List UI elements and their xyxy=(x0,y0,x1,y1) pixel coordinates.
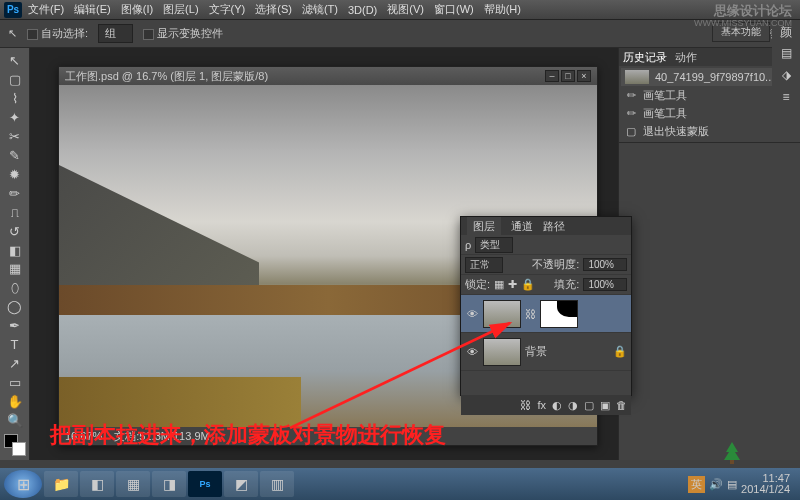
tab-actions[interactable]: 动作 xyxy=(675,50,697,65)
new-layer-icon[interactable]: ▣ xyxy=(600,399,610,412)
fill-label: 填充: xyxy=(554,277,579,292)
tab-paths[interactable]: 路径 xyxy=(543,219,565,234)
menu-filter[interactable]: 滤镜(T) xyxy=(302,2,338,17)
adjust-panel-icon[interactable]: ⬗ xyxy=(776,68,796,86)
mask-icon: ▢ xyxy=(625,125,637,137)
svg-rect-1 xyxy=(730,460,734,464)
move-tool[interactable]: ↖ xyxy=(4,52,26,70)
auto-select-checkbox[interactable] xyxy=(27,29,38,40)
blur-tool[interactable]: ⬯ xyxy=(4,279,26,297)
taskbar-app[interactable]: ◨ xyxy=(152,471,186,497)
hand-tool[interactable]: ✋ xyxy=(4,392,26,410)
taskbar-app[interactable]: ▥ xyxy=(260,471,294,497)
blend-mode-dropdown[interactable]: 正常 xyxy=(465,257,503,273)
marquee-tool[interactable]: ▢ xyxy=(4,71,26,89)
show-transform-checkbox[interactable] xyxy=(143,29,154,40)
eyedropper-tool[interactable]: ✎ xyxy=(4,147,26,165)
tray-icon[interactable]: 🔊 xyxy=(709,478,723,491)
fill-value[interactable]: 100% xyxy=(583,278,627,291)
menu-type[interactable]: 文字(Y) xyxy=(209,2,246,17)
minimize-button[interactable]: – xyxy=(545,70,559,82)
menu-window[interactable]: 窗口(W) xyxy=(434,2,474,17)
menu-file[interactable]: 文件(F) xyxy=(28,2,64,17)
shape-tool[interactable]: ▭ xyxy=(4,373,26,391)
menu-bar: Ps 文件(F) 编辑(E) 图像(I) 图层(L) 文字(Y) 选择(S) 滤… xyxy=(0,0,800,20)
layer-mask-thumbnail[interactable] xyxy=(540,300,578,328)
image-mountain xyxy=(59,165,259,295)
filter-icon[interactable]: ρ xyxy=(465,239,471,251)
adjustment-icon[interactable]: ◑ xyxy=(568,399,578,412)
pen-tool[interactable]: ✒ xyxy=(4,317,26,335)
lock-all-icon[interactable]: 🔒 xyxy=(521,278,535,291)
layer-item[interactable]: 👁 ⛓ xyxy=(461,295,631,333)
path-tool[interactable]: ↗ xyxy=(4,355,26,373)
clock[interactable]: 11:47 2014/1/24 xyxy=(741,473,790,495)
wand-tool[interactable]: ✦ xyxy=(4,109,26,127)
tab-history[interactable]: 历史记录 xyxy=(623,50,667,65)
lock-pixels-icon[interactable]: ▦ xyxy=(494,278,504,291)
link-layers-icon[interactable]: ⛓ xyxy=(520,399,531,411)
lock-label: 锁定: xyxy=(465,277,490,292)
stamp-tool[interactable]: ⎍ xyxy=(4,203,26,221)
swatches-panel-icon[interactable]: ▤ xyxy=(776,46,796,64)
tray-icon[interactable]: ▤ xyxy=(727,478,737,491)
layers-footer: ⛓ fx ◐ ◑ ▢ ▣ 🗑 xyxy=(461,395,631,415)
tab-channels[interactable]: 通道 xyxy=(511,219,533,234)
tutorial-annotation: 把副本拉进来，添加蒙板对景物进行恢复 xyxy=(50,420,446,450)
ps-logo: Ps xyxy=(4,2,22,18)
gradient-tool[interactable]: ▦ xyxy=(4,260,26,278)
taskbar-photoshop[interactable]: Ps xyxy=(188,471,222,497)
layers-panel[interactable]: 图层 通道 路径 ρ 类型 正常 不透明度: 100% 锁定: ▦ ✚ 🔒 填充… xyxy=(460,216,632,396)
color-swatch[interactable] xyxy=(4,434,26,456)
mask-icon[interactable]: ◐ xyxy=(552,399,562,412)
layer-name[interactable]: 背景 xyxy=(525,344,547,359)
taskbar-explorer[interactable]: 📁 xyxy=(44,471,78,497)
layer-item[interactable]: 👁 背景 🔒 xyxy=(461,333,631,371)
menu-layer[interactable]: 图层(L) xyxy=(163,2,198,17)
ime-indicator[interactable]: 英 xyxy=(688,476,705,493)
snapshot-name: 40_74199_9f79897f10... xyxy=(655,71,774,83)
zoom-tool[interactable]: 🔍 xyxy=(4,411,26,429)
visibility-icon[interactable]: 👁 xyxy=(465,346,479,358)
maximize-button[interactable]: □ xyxy=(561,70,575,82)
menu-select[interactable]: 选择(S) xyxy=(255,2,292,17)
group-icon[interactable]: ▢ xyxy=(584,399,594,412)
styles-panel-icon[interactable]: ≡ xyxy=(776,90,796,108)
delete-icon[interactable]: 🗑 xyxy=(616,399,627,411)
brush-tool[interactable]: ✏ xyxy=(4,184,26,202)
menu-3d[interactable]: 3D(D) xyxy=(348,4,377,16)
menu-image[interactable]: 图像(I) xyxy=(121,2,153,17)
crop-tool[interactable]: ✂ xyxy=(4,128,26,146)
close-button[interactable]: × xyxy=(577,70,591,82)
opacity-value[interactable]: 100% xyxy=(583,258,627,271)
dodge-tool[interactable]: ◯ xyxy=(4,298,26,316)
visibility-icon[interactable]: 👁 xyxy=(465,308,479,320)
document-title: 工作图.psd @ 16.7% (图层 1, 图层蒙版/8) xyxy=(65,69,268,84)
type-tool[interactable]: T xyxy=(4,336,26,354)
history-brush-tool[interactable]: ↺ xyxy=(4,222,26,240)
fx-icon[interactable]: fx xyxy=(537,399,546,411)
canvas-area: 工作图.psd @ 16.7% (图层 1, 图层蒙版/8) – □ × 16.… xyxy=(30,48,618,460)
lasso-tool[interactable]: ⌇ xyxy=(4,90,26,108)
taskbar-app[interactable]: ▦ xyxy=(116,471,150,497)
document-titlebar[interactable]: 工作图.psd @ 16.7% (图层 1, 图层蒙版/8) – □ × xyxy=(59,67,597,85)
menu-view[interactable]: 视图(V) xyxy=(387,2,424,17)
heal-tool[interactable]: ✹ xyxy=(4,165,26,183)
eraser-tool[interactable]: ◧ xyxy=(4,241,26,259)
auto-select-dropdown[interactable]: 组 xyxy=(98,24,133,43)
taskbar-app[interactable]: ◩ xyxy=(224,471,258,497)
tools-panel: ↖ ▢ ⌇ ✦ ✂ ✎ ✹ ✏ ⎍ ↺ ◧ ▦ ⬯ ◯ ✒ T ↗ ▭ ✋ 🔍 xyxy=(0,48,30,460)
lock-position-icon[interactable]: ✚ xyxy=(508,278,517,291)
filter-type-dropdown[interactable]: 类型 xyxy=(475,237,513,253)
layer-thumbnail[interactable] xyxy=(483,300,521,328)
tab-layers[interactable]: 图层 xyxy=(467,217,501,236)
link-icon[interactable]: ⛓ xyxy=(525,308,536,320)
menu-help[interactable]: 帮助(H) xyxy=(484,2,521,17)
christmas-tree-icon xyxy=(720,440,744,466)
layer-thumbnail[interactable] xyxy=(483,338,521,366)
taskbar-app[interactable]: ◧ xyxy=(80,471,114,497)
menu-edit[interactable]: 编辑(E) xyxy=(74,2,111,17)
options-bar: ↖ 自动选择: 组 显示变换控件 3D 模式: xyxy=(0,20,800,48)
start-button[interactable]: ⊞ xyxy=(4,470,42,498)
system-tray[interactable]: 英 🔊 ▤ 11:47 2014/1/24 xyxy=(688,473,796,495)
